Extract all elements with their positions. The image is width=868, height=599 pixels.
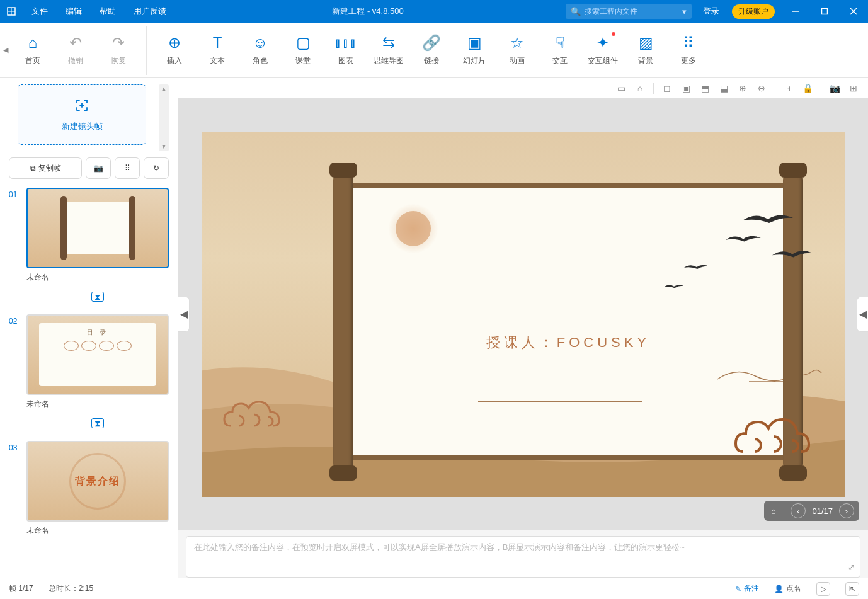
ct-zoom-out-icon[interactable]: ⊖: [753, 81, 770, 96]
panel-collapse-right[interactable]: ◀: [857, 297, 868, 332]
ct-home-icon[interactable]: ⌂: [632, 81, 648, 96]
search-dropdown-icon[interactable]: ▾: [682, 7, 687, 16]
toolbar-更多[interactable]: ⠿更多: [667, 26, 710, 75]
status-export-button[interactable]: ⇱: [845, 582, 859, 596]
ct-align-icon[interactable]: ⫞: [780, 81, 797, 96]
toolbar-角色[interactable]: ☺角色: [239, 26, 282, 75]
slide-thumb-image[interactable]: [26, 188, 169, 268]
menu-feedback[interactable]: 用户反馈: [125, 0, 175, 23]
plus-icon: [74, 98, 89, 116]
toolbar-icon: 🔗: [423, 34, 440, 52]
transition-icon[interactable]: ⧗: [91, 292, 104, 302]
slide-thumb-image[interactable]: 背景介绍: [26, 441, 169, 522]
copy-frame-button[interactable]: ⧉ 复制帧: [9, 157, 82, 179]
slide-number: 03: [9, 441, 21, 542]
login-button[interactable]: 登录: [697, 6, 726, 17]
new-frame-button[interactable]: 新建镜头帧: [18, 84, 146, 145]
slide-thumbnail-01[interactable]: 01 未命名: [9, 188, 169, 289]
toolbar-icon: ⌂: [24, 34, 42, 52]
ct-fit-icon[interactable]: ◻: [659, 81, 675, 96]
toolbar-动画[interactable]: ☆动画: [496, 26, 539, 75]
maximize-button[interactable]: [810, 0, 839, 23]
notes-placeholder: 在此处输入您的备注内容，在预览时开启双屏模式，可以实现A屏全屏播放演示内容，B屏…: [194, 542, 685, 552]
notes-icon: ✎: [735, 585, 741, 593]
toolbar-图表[interactable]: ⫾⫾⫾图表: [324, 26, 367, 75]
title-bar: 文件 编辑 帮助 用户反馈 新建工程 - v4.8.500 🔍 ▾ 登录 升级账…: [0, 0, 868, 23]
status-play-button[interactable]: ▷: [816, 582, 830, 596]
toolbar-插入[interactable]: ⊕插入: [153, 26, 196, 75]
nav-prev-button[interactable]: ‹: [791, 503, 806, 518]
menu-help[interactable]: 帮助: [91, 0, 125, 23]
scroll-down-icon[interactable]: ▼: [161, 144, 167, 150]
toolbar-label: 课堂: [295, 55, 311, 66]
toolbar-collapse-left[interactable]: ◀: [0, 23, 11, 78]
toolbar-icon: T: [208, 34, 226, 52]
status-roll-label: 点名: [786, 583, 801, 594]
toolbar-撤销[interactable]: ↶撤销: [54, 26, 97, 75]
toolbar-icon: ☺: [251, 34, 269, 52]
toolbar-恢复[interactable]: ↷恢复: [97, 26, 140, 75]
slide-name: 未命名: [26, 268, 169, 289]
loop-button[interactable]: ↻: [144, 157, 169, 179]
content-area: 新建镜头帧 ▲ ▼ ⧉ 复制帧 📷 ⠿ ↻ 01 未命名 ⧗ 02 目 录: [0, 78, 868, 578]
toolbar-label: 首页: [25, 55, 40, 66]
slide-thumbnail-02[interactable]: 02 目 录 未命名: [9, 314, 169, 416]
notes-textarea[interactable]: 在此处输入您的备注内容，在预览时开启双屏模式，可以实现A屏全屏播放演示内容，B屏…: [186, 536, 860, 578]
status-notes-label: 备注: [744, 583, 759, 594]
toolbar-label: 交互: [552, 55, 568, 66]
toolbar-背景[interactable]: ▨背景: [624, 26, 667, 75]
slide-canvas[interactable]: 授课人：FOCUSKY: [202, 132, 845, 497]
slide-thumb-image[interactable]: 目 录: [26, 314, 169, 395]
notes-expand-icon[interactable]: ⤢: [848, 562, 855, 572]
nav-next-button[interactable]: ›: [839, 503, 854, 518]
ct-actual-icon[interactable]: ▣: [678, 81, 694, 96]
toolbar-icon: ⊕: [166, 34, 183, 52]
scroll-up-icon[interactable]: ▲: [161, 86, 167, 92]
transition-icon[interactable]: ⧗: [91, 418, 104, 428]
menu-edit[interactable]: 编辑: [57, 0, 91, 23]
toolbar-首页[interactable]: ⌂首页: [11, 26, 54, 75]
panel-collapse-left[interactable]: ◀: [178, 297, 190, 332]
new-frame-label: 新建镜头帧: [62, 121, 103, 132]
canvas-viewport[interactable]: ◀ ◀ 授课人：FOCUSKY: [178, 98, 868, 530]
toolbar-幻灯片[interactable]: ▣幻灯片: [453, 26, 496, 75]
ct-layer-down-icon[interactable]: ⬓: [716, 81, 732, 96]
toolbar-文本[interactable]: T文本: [196, 26, 239, 75]
toolbar-交互组件[interactable]: ✦交互组件: [581, 26, 624, 75]
toolbar-课堂[interactable]: ▢课堂: [282, 26, 324, 75]
slide-thumbnail-03[interactable]: 03 背景介绍 未命名: [9, 441, 169, 542]
ct-frame-icon[interactable]: ▭: [613, 81, 629, 96]
canvas-toolbar: ▭ ⌂ ◻ ▣ ⬒ ⬓ ⊕ ⊖ ⫞ 🔒 📷 ⊞: [178, 78, 868, 98]
slide-name: 未命名: [26, 522, 169, 542]
ct-grid-icon[interactable]: ⊞: [845, 81, 862, 96]
toolbar-icon: ▨: [637, 34, 654, 52]
toolbar-思维导图[interactable]: ⇆思维导图: [367, 26, 410, 75]
toolbar-链接[interactable]: 🔗链接: [410, 26, 453, 75]
toolbar-label: 幻灯片: [463, 55, 486, 66]
close-button[interactable]: [839, 0, 868, 23]
menu-file[interactable]: 文件: [23, 0, 57, 23]
qr-button[interactable]: ⠿: [115, 157, 140, 179]
ct-zoom-in-icon[interactable]: ⊕: [734, 81, 751, 96]
bird-icon: [664, 281, 684, 288]
frame-navigator: ⌂ ‹ 01/17 ›: [764, 501, 859, 521]
search-icon: 🔍: [571, 7, 581, 16]
bird-icon: [772, 248, 813, 262]
status-roll-button[interactable]: 👤 点名: [774, 583, 801, 594]
ct-snapshot-icon[interactable]: 📷: [826, 81, 843, 96]
minimize-button[interactable]: [781, 0, 810, 23]
window-title: 新建工程 - v4.8.500: [175, 6, 561, 17]
nav-home-button[interactable]: ⌂: [769, 503, 784, 518]
status-notes-button[interactable]: ✎ 备注: [735, 583, 759, 594]
ct-layer-up-icon[interactable]: ⬒: [697, 81, 713, 96]
search-input[interactable]: [585, 7, 678, 16]
copy-icon: ⧉: [30, 164, 36, 173]
toolbar-label: 角色: [253, 55, 268, 66]
ct-lock-icon[interactable]: 🔒: [799, 81, 816, 96]
upgrade-button[interactable]: 升级账户: [732, 4, 775, 19]
toolbar-交互[interactable]: ☟交互: [539, 26, 581, 75]
cloud-decoration: [731, 411, 831, 467]
toolbar-label: 更多: [681, 55, 696, 66]
camera-button[interactable]: 📷: [86, 157, 111, 179]
search-box[interactable]: 🔍 ▾: [566, 4, 692, 19]
